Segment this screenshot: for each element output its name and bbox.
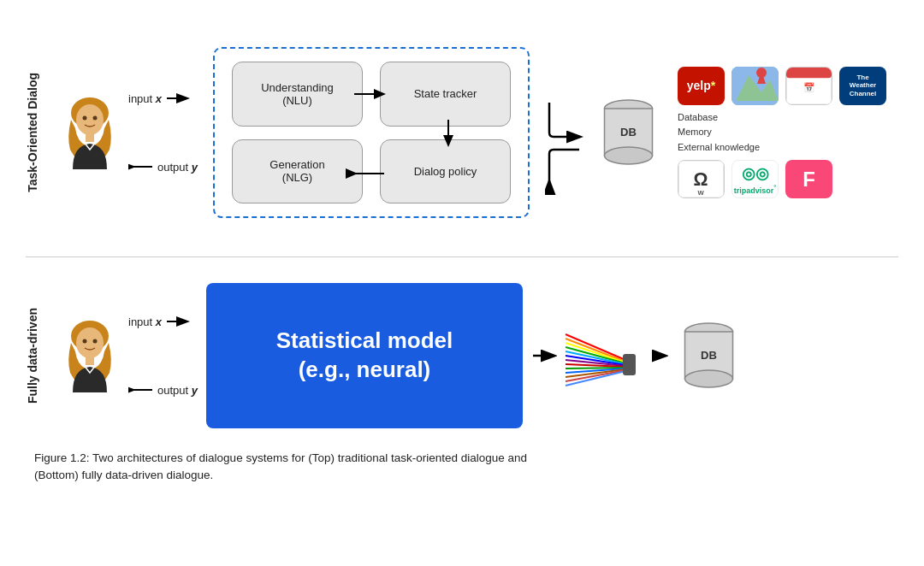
svg-point-2 (83, 116, 87, 121)
svg-text:📅: 📅 (803, 81, 815, 92)
dialog-policy-box: Dialog policy (380, 139, 511, 204)
weather-icon: TheWeatherChannel (839, 67, 886, 105)
bottom-io-section: input x output y (128, 287, 198, 424)
page-container: Task-Oriented Dialog (0, 0, 924, 566)
svg-point-17 (756, 68, 767, 78)
section-divider (26, 256, 898, 257)
yelp-icon: yelp* (678, 67, 725, 105)
stat-model-box: Statistical model (e.g., neural) (206, 283, 523, 428)
top-section: Task-Oriented Dialog (26, 17, 898, 248)
svg-text:DB: DB (620, 126, 637, 139)
dashed-box-wrapper: Understanding(NLU) State tracker Generat… (204, 47, 538, 218)
top-output-label: output y (157, 161, 198, 174)
cable-visual (561, 330, 647, 381)
bottom-db-svg: DB (681, 320, 737, 392)
svg-text:Ω: Ω (694, 169, 708, 189)
svg-point-1 (76, 104, 104, 135)
nlu-box: Understanding(NLU) (232, 62, 363, 127)
cable-svg (561, 330, 647, 390)
top-output-row: output y (128, 159, 198, 174)
top-input-label: input x (128, 92, 162, 105)
svg-point-27 (93, 339, 98, 344)
icon-row-2: Database Memory External knowledge (678, 110, 886, 156)
svg-rect-19 (786, 67, 832, 78)
calendar-icon: 📅 (785, 67, 832, 105)
top-input-row: input x (128, 91, 198, 106)
svg-point-49 (685, 370, 733, 387)
top-db: DB (601, 97, 656, 169)
svg-rect-4 (86, 133, 94, 142)
svg-rect-45 (623, 354, 636, 375)
wikipedia-icon: Ω W (678, 160, 725, 198)
bottom-output-label: output y (157, 384, 198, 397)
figure-caption: Figure 1.2: Two architectures of dialogu… (26, 450, 898, 485)
bottom-input-arrow (165, 314, 191, 329)
bottom-section: Fully data-driven input x (26, 266, 898, 445)
bottom-section-label: Fully data-driven (26, 308, 51, 404)
svg-rect-28 (86, 357, 94, 365)
stat-model-line2: (e.g., neural) (299, 357, 431, 382)
to-db-arrows (545, 56, 588, 209)
bottom-output-row: output y (128, 382, 198, 398)
stat-to-cable-arrow (531, 343, 557, 368)
svg-text:DB: DB (701, 349, 717, 362)
bottom-input-row: input x (128, 314, 198, 329)
foursquare-icon: F (785, 160, 832, 198)
icon-row-1: yelp* 📅 (678, 67, 886, 105)
svg-point-3 (93, 116, 98, 121)
state-tracker-box: State tracker (380, 62, 511, 127)
nlg-box: Generation(NLG) (232, 139, 363, 204)
tripadvisor-icon: ◎◎ tripadvisor° (732, 160, 779, 198)
svg-point-26 (83, 339, 87, 344)
right-icons-area: yelp* 📅 (678, 67, 886, 199)
top-io-section: input x output y (128, 64, 198, 201)
bottom-input-label: input x (128, 315, 162, 328)
stat-model-line1: Statistical model (276, 327, 453, 353)
cable-to-db-arrow (651, 343, 668, 368)
top-input-arrow (165, 91, 191, 106)
top-avatar (60, 94, 120, 171)
icon-row-3: Ω W ◎◎ tripadvisor° F (678, 160, 886, 198)
bottom-db: DB (681, 320, 737, 392)
bottom-output-arrow (128, 382, 154, 398)
top-output-arrow (128, 159, 154, 174)
db-info-text: Database Memory External knowledge (678, 110, 760, 156)
top-db-svg: DB (601, 97, 656, 169)
svg-point-25 (76, 327, 104, 358)
stat-model-text: Statistical model (e.g., neural) (276, 327, 453, 385)
svg-point-12 (605, 147, 653, 164)
svg-text:W: W (697, 190, 704, 198)
dashed-box: Understanding(NLU) State tracker Generat… (213, 47, 530, 218)
bottom-avatar (60, 317, 120, 394)
top-section-label: Task-Oriented Dialog (26, 73, 51, 192)
map-icon (732, 67, 779, 105)
